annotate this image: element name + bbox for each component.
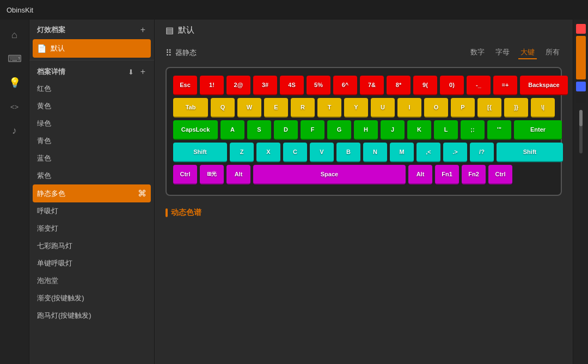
key-lctrl[interactable]: Ctrl [173,165,197,184]
key-q[interactable]: Q [211,98,235,118]
effect-rainbow[interactable]: 七彩跑马灯 [29,237,154,255]
key-0[interactable]: 0) [440,76,464,95]
key-t[interactable]: T [317,98,341,118]
key-2[interactable]: 2@ [226,76,250,95]
key-lshift[interactable]: Shift [173,143,227,162]
sidebar-item-home[interactable]: ⌂ [4,24,26,46]
key-e[interactable]: E [264,98,288,118]
effect-static-multicolor[interactable]: 静态多色 ⌘ [33,184,151,202]
effect-yellow[interactable]: 黄色 [29,97,154,115]
key-g[interactable]: G [327,120,351,140]
color-swatch-orange[interactable] [576,36,586,79]
key-space[interactable]: Space [253,165,406,184]
key-6[interactable]: 6^ [333,76,357,95]
keyboard-row-2: Tab Q W E R T Y U I O P [{ ]} \| [173,98,554,118]
key-ralt[interactable]: Alt [408,165,432,184]
key-n[interactable]: N [363,143,387,162]
color-swatch-blue[interactable] [576,82,586,91]
sidebar-item-music[interactable]: ♪ [4,120,26,141]
kb-section-title: ⠿ 器静态 [166,48,197,58]
effect-breath[interactable]: 呼吸灯 [29,202,154,220]
key-d[interactable]: D [274,120,298,140]
key-i[interactable]: I [397,98,421,118]
key-quote[interactable]: '" [487,120,511,140]
filter-tab-bigkeys[interactable]: 大键 [518,46,537,59]
key-7[interactable]: 7& [360,76,384,95]
key-5[interactable]: 5% [307,76,330,95]
key-f[interactable]: F [301,120,324,140]
details-header-actions: ⬇ + [127,67,146,76]
key-u[interactable]: U [371,98,395,118]
key-m[interactable]: M [390,143,414,162]
key-rshift[interactable]: Shift [497,143,563,162]
key-c[interactable]: C [283,143,307,162]
sidebar-item-keyboard[interactable]: ⌨ [4,48,26,70]
key-y[interactable]: Y [344,98,368,118]
color-swatch-red[interactable] [576,24,586,34]
key-k[interactable]: K [407,120,431,140]
key-slash[interactable]: /? [470,143,494,162]
key-semicolon[interactable]: ;: [461,120,485,140]
color-swatch-dark[interactable] [576,94,586,103]
key-period[interactable]: .> [443,143,467,162]
profile-default[interactable]: 📄 默认 [33,39,151,58]
key-fn1[interactable]: Fn1 [435,165,459,184]
left-panel: 灯效档案 + 📄 默认 档案详情 ⬇ + 红色 黄色 绿色 青色 蓝色 紫色 [29,20,155,364]
content-header: ▤ 默认 [155,20,573,41]
add-profile-button[interactable]: + [139,26,146,34]
key-l[interactable]: L [434,120,458,140]
effect-gradient-trigger[interactable]: 渐变(按键触发) [29,289,154,307]
key-backslash[interactable]: \| [531,98,555,118]
key-x[interactable]: X [256,143,280,162]
key-a[interactable]: A [220,120,244,140]
key-b[interactable]: B [336,143,360,162]
key-win[interactable]: ⊞光 [200,165,224,184]
key-esc[interactable]: Esc [173,76,197,95]
sidebar-item-light[interactable]: 💡 [4,72,26,94]
key-j[interactable]: J [381,120,405,140]
filter-tab-numbers[interactable]: 数字 [468,46,487,59]
key-equals[interactable]: =+ [493,76,517,95]
key-rctrl[interactable]: Ctrl [488,165,512,184]
export-button[interactable]: ⬇ [127,67,135,76]
key-8[interactable]: 8* [387,76,411,95]
profile-default-label: 默认 [51,44,65,53]
key-w[interactable]: W [237,98,261,118]
effect-cyan[interactable]: 青色 [29,132,154,150]
sidebar-item-code[interactable]: <> [4,96,26,118]
key-9[interactable]: 9( [413,76,437,95]
effect-bubble[interactable]: 泡泡堂 [29,272,154,289]
effect-marquee-trigger[interactable]: 跑马灯(按键触发) [29,307,154,324]
key-o[interactable]: O [424,98,448,118]
key-s[interactable]: S [247,120,271,140]
key-p[interactable]: P [451,98,475,118]
filter-tab-letters[interactable]: 字母 [493,46,512,59]
key-v[interactable]: V [310,143,334,162]
effect-single-breath[interactable]: 单键呼吸灯 [29,255,154,272]
doc-icon: 📄 [37,44,46,53]
effect-blue[interactable]: 蓝色 [29,150,154,167]
key-fn2[interactable]: Fn2 [462,165,486,184]
key-1[interactable]: 1! [200,76,224,95]
key-capslock[interactable]: CapsLock [173,120,218,140]
effect-red[interactable]: 红色 [29,80,154,97]
key-r[interactable]: R [291,98,315,118]
add-effect-button[interactable]: + [139,67,146,76]
filter-tab-all[interactable]: 所有 [543,46,562,59]
scrollbar-thumb[interactable] [579,110,583,126]
key-lalt[interactable]: Alt [226,165,250,184]
effect-gradient[interactable]: 渐变灯 [29,220,154,237]
key-backspace[interactable]: Backspace [520,76,568,95]
key-h[interactable]: H [354,120,378,140]
key-tab[interactable]: Tab [173,98,208,118]
key-3[interactable]: 3# [253,76,277,95]
key-z[interactable]: Z [230,143,254,162]
key-comma[interactable]: ,< [416,143,440,162]
effect-purple[interactable]: 紫色 [29,167,154,184]
key-4[interactable]: 4S [280,76,304,95]
key-minus[interactable]: -_ [467,76,491,95]
key-lbracket[interactable]: [{ [477,98,501,118]
effect-green[interactable]: 绿色 [29,115,154,132]
key-rbracket[interactable]: ]} [504,98,528,118]
key-enter[interactable]: Enter [514,120,562,140]
